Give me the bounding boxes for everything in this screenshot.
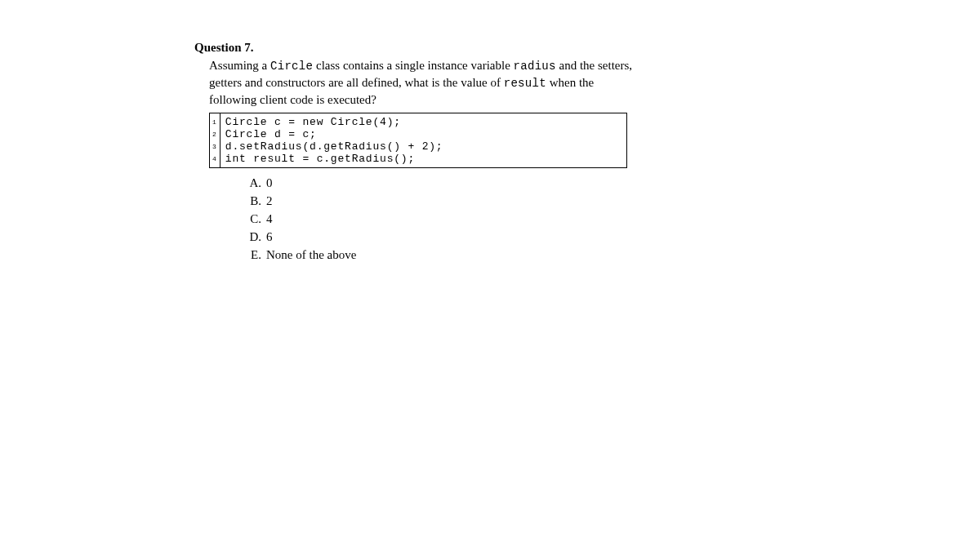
option-a[interactable]: A. 0 xyxy=(243,176,644,190)
code-line: Circle d = c; xyxy=(225,128,443,140)
line-number: 1 xyxy=(212,116,216,128)
prompt-text: Assuming a xyxy=(209,59,270,72)
answer-options: A. 0 B. 2 C. 4 D. 6 E. None of the above xyxy=(243,176,644,262)
question-label: Question 7. xyxy=(194,41,644,55)
option-text: None of the above xyxy=(266,248,356,262)
code-content: Circle c = new Circle(4);Circle d = c;d.… xyxy=(220,113,448,167)
option-c[interactable]: C. 4 xyxy=(243,212,644,226)
option-text: 2 xyxy=(266,194,273,208)
line-number: 4 xyxy=(212,153,216,165)
option-letter: C. xyxy=(243,212,261,226)
code-line: Circle c = new Circle(4); xyxy=(225,116,443,128)
code-block: 1 2 3 4 Circle c = new Circle(4);Circle … xyxy=(209,113,627,168)
prompt-text: class contains a single instance variabl… xyxy=(313,59,513,72)
option-text: 0 xyxy=(266,176,273,190)
option-text: 4 xyxy=(266,212,273,226)
option-letter: B. xyxy=(243,194,261,208)
option-letter: A. xyxy=(243,176,261,190)
line-number-gutter: 1 2 3 4 xyxy=(210,113,220,167)
option-b[interactable]: B. 2 xyxy=(243,194,644,208)
option-e[interactable]: E. None of the above xyxy=(243,248,644,262)
option-d[interactable]: D. 6 xyxy=(243,230,644,244)
question-container: Question 7. Assuming a Circle class cont… xyxy=(0,0,644,262)
line-number: 2 xyxy=(212,128,216,140)
line-number: 3 xyxy=(212,140,216,153)
question-prompt: Assuming a Circle class contains a singl… xyxy=(209,57,644,108)
option-letter: D. xyxy=(243,230,261,244)
code-line: int result = c.getRadius(); xyxy=(225,153,443,165)
option-letter: E. xyxy=(243,248,261,262)
code-inline-radius: radius xyxy=(514,60,556,73)
code-inline-result: result xyxy=(504,77,546,90)
code-inline-circle: Circle xyxy=(270,60,313,73)
option-text: 6 xyxy=(266,230,273,244)
code-line: d.setRadius(d.getRadius() + 2); xyxy=(225,140,443,153)
